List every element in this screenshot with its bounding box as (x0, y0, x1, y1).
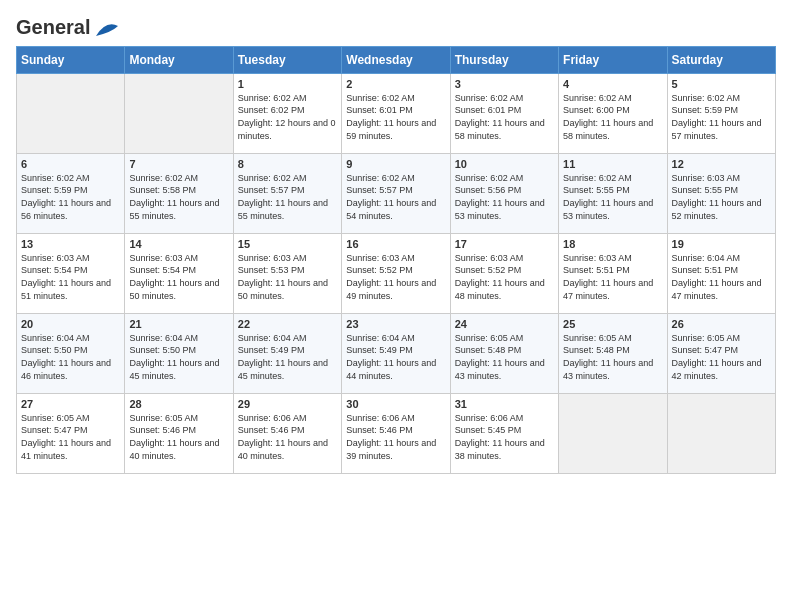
weekday-header-monday: Monday (125, 46, 233, 73)
calendar-cell: 27Sunrise: 6:05 AMSunset: 5:47 PMDayligh… (17, 393, 125, 473)
day-number: 8 (238, 158, 337, 170)
day-info: Sunrise: 6:02 AMSunset: 5:57 PMDaylight:… (238, 172, 337, 222)
calendar-cell: 26Sunrise: 6:05 AMSunset: 5:47 PMDayligh… (667, 313, 775, 393)
day-number: 20 (21, 318, 120, 330)
calendar-cell: 10Sunrise: 6:02 AMSunset: 5:56 PMDayligh… (450, 153, 558, 233)
calendar-cell: 21Sunrise: 6:04 AMSunset: 5:50 PMDayligh… (125, 313, 233, 393)
day-number: 4 (563, 78, 662, 90)
day-number: 23 (346, 318, 445, 330)
calendar-cell: 19Sunrise: 6:04 AMSunset: 5:51 PMDayligh… (667, 233, 775, 313)
calendar-cell: 5Sunrise: 6:02 AMSunset: 5:59 PMDaylight… (667, 73, 775, 153)
day-info: Sunrise: 6:04 AMSunset: 5:50 PMDaylight:… (21, 332, 120, 382)
calendar-cell: 11Sunrise: 6:02 AMSunset: 5:55 PMDayligh… (559, 153, 667, 233)
day-number: 26 (672, 318, 771, 330)
calendar-cell (125, 73, 233, 153)
logo-wing-icon (92, 18, 120, 40)
day-number: 29 (238, 398, 337, 410)
day-number: 17 (455, 238, 554, 250)
day-info: Sunrise: 6:03 AMSunset: 5:52 PMDaylight:… (455, 252, 554, 302)
logo-text: General (16, 16, 120, 40)
day-info: Sunrise: 6:02 AMSunset: 5:56 PMDaylight:… (455, 172, 554, 222)
day-number: 19 (672, 238, 771, 250)
day-number: 5 (672, 78, 771, 90)
day-info: Sunrise: 6:02 AMSunset: 6:01 PMDaylight:… (346, 92, 445, 142)
weekday-header-wednesday: Wednesday (342, 46, 450, 73)
day-info: Sunrise: 6:06 AMSunset: 5:46 PMDaylight:… (346, 412, 445, 462)
calendar-cell: 9Sunrise: 6:02 AMSunset: 5:57 PMDaylight… (342, 153, 450, 233)
page-header: General (16, 16, 776, 36)
day-number: 28 (129, 398, 228, 410)
day-number: 10 (455, 158, 554, 170)
day-info: Sunrise: 6:03 AMSunset: 5:53 PMDaylight:… (238, 252, 337, 302)
day-info: Sunrise: 6:02 AMSunset: 6:01 PMDaylight:… (455, 92, 554, 142)
calendar-cell: 23Sunrise: 6:04 AMSunset: 5:49 PMDayligh… (342, 313, 450, 393)
day-info: Sunrise: 6:04 AMSunset: 5:50 PMDaylight:… (129, 332, 228, 382)
calendar-cell: 17Sunrise: 6:03 AMSunset: 5:52 PMDayligh… (450, 233, 558, 313)
day-info: Sunrise: 6:03 AMSunset: 5:52 PMDaylight:… (346, 252, 445, 302)
calendar-cell: 31Sunrise: 6:06 AMSunset: 5:45 PMDayligh… (450, 393, 558, 473)
day-info: Sunrise: 6:02 AMSunset: 5:57 PMDaylight:… (346, 172, 445, 222)
calendar-cell: 2Sunrise: 6:02 AMSunset: 6:01 PMDaylight… (342, 73, 450, 153)
day-number: 16 (346, 238, 445, 250)
day-number: 25 (563, 318, 662, 330)
day-info: Sunrise: 6:04 AMSunset: 5:51 PMDaylight:… (672, 252, 771, 302)
day-info: Sunrise: 6:05 AMSunset: 5:46 PMDaylight:… (129, 412, 228, 462)
day-info: Sunrise: 6:05 AMSunset: 5:47 PMDaylight:… (21, 412, 120, 462)
calendar-cell: 13Sunrise: 6:03 AMSunset: 5:54 PMDayligh… (17, 233, 125, 313)
day-info: Sunrise: 6:03 AMSunset: 5:55 PMDaylight:… (672, 172, 771, 222)
day-info: Sunrise: 6:06 AMSunset: 5:45 PMDaylight:… (455, 412, 554, 462)
calendar-cell (667, 393, 775, 473)
logo: General (16, 16, 120, 36)
day-info: Sunrise: 6:02 AMSunset: 5:59 PMDaylight:… (21, 172, 120, 222)
calendar-cell: 1Sunrise: 6:02 AMSunset: 6:02 PMDaylight… (233, 73, 341, 153)
calendar-cell: 4Sunrise: 6:02 AMSunset: 6:00 PMDaylight… (559, 73, 667, 153)
calendar-cell: 14Sunrise: 6:03 AMSunset: 5:54 PMDayligh… (125, 233, 233, 313)
calendar-cell: 18Sunrise: 6:03 AMSunset: 5:51 PMDayligh… (559, 233, 667, 313)
day-info: Sunrise: 6:04 AMSunset: 5:49 PMDaylight:… (238, 332, 337, 382)
day-info: Sunrise: 6:03 AMSunset: 5:54 PMDaylight:… (129, 252, 228, 302)
day-info: Sunrise: 6:02 AMSunset: 6:00 PMDaylight:… (563, 92, 662, 142)
day-number: 21 (129, 318, 228, 330)
day-number: 31 (455, 398, 554, 410)
day-info: Sunrise: 6:02 AMSunset: 5:58 PMDaylight:… (129, 172, 228, 222)
calendar-cell: 29Sunrise: 6:06 AMSunset: 5:46 PMDayligh… (233, 393, 341, 473)
day-info: Sunrise: 6:02 AMSunset: 5:55 PMDaylight:… (563, 172, 662, 222)
day-number: 3 (455, 78, 554, 90)
day-number: 24 (455, 318, 554, 330)
day-number: 12 (672, 158, 771, 170)
calendar-cell: 30Sunrise: 6:06 AMSunset: 5:46 PMDayligh… (342, 393, 450, 473)
day-number: 22 (238, 318, 337, 330)
calendar-cell: 8Sunrise: 6:02 AMSunset: 5:57 PMDaylight… (233, 153, 341, 233)
day-info: Sunrise: 6:03 AMSunset: 5:51 PMDaylight:… (563, 252, 662, 302)
day-number: 9 (346, 158, 445, 170)
day-number: 14 (129, 238, 228, 250)
calendar-cell: 28Sunrise: 6:05 AMSunset: 5:46 PMDayligh… (125, 393, 233, 473)
calendar-cell: 24Sunrise: 6:05 AMSunset: 5:48 PMDayligh… (450, 313, 558, 393)
weekday-header-thursday: Thursday (450, 46, 558, 73)
day-info: Sunrise: 6:05 AMSunset: 5:48 PMDaylight:… (563, 332, 662, 382)
day-number: 27 (21, 398, 120, 410)
day-info: Sunrise: 6:02 AMSunset: 5:59 PMDaylight:… (672, 92, 771, 142)
day-number: 1 (238, 78, 337, 90)
day-info: Sunrise: 6:05 AMSunset: 5:48 PMDaylight:… (455, 332, 554, 382)
calendar-cell: 12Sunrise: 6:03 AMSunset: 5:55 PMDayligh… (667, 153, 775, 233)
weekday-header-saturday: Saturday (667, 46, 775, 73)
calendar-cell: 6Sunrise: 6:02 AMSunset: 5:59 PMDaylight… (17, 153, 125, 233)
calendar-cell: 15Sunrise: 6:03 AMSunset: 5:53 PMDayligh… (233, 233, 341, 313)
day-info: Sunrise: 6:02 AMSunset: 6:02 PMDaylight:… (238, 92, 337, 142)
day-number: 13 (21, 238, 120, 250)
weekday-header-friday: Friday (559, 46, 667, 73)
day-info: Sunrise: 6:05 AMSunset: 5:47 PMDaylight:… (672, 332, 771, 382)
calendar-cell: 16Sunrise: 6:03 AMSunset: 5:52 PMDayligh… (342, 233, 450, 313)
day-number: 6 (21, 158, 120, 170)
day-number: 30 (346, 398, 445, 410)
calendar-cell: 3Sunrise: 6:02 AMSunset: 6:01 PMDaylight… (450, 73, 558, 153)
calendar-cell (17, 73, 125, 153)
calendar-cell: 7Sunrise: 6:02 AMSunset: 5:58 PMDaylight… (125, 153, 233, 233)
calendar-cell: 25Sunrise: 6:05 AMSunset: 5:48 PMDayligh… (559, 313, 667, 393)
calendar-table: SundayMondayTuesdayWednesdayThursdayFrid… (16, 46, 776, 474)
day-info: Sunrise: 6:04 AMSunset: 5:49 PMDaylight:… (346, 332, 445, 382)
day-number: 18 (563, 238, 662, 250)
weekday-header-sunday: Sunday (17, 46, 125, 73)
weekday-header-tuesday: Tuesday (233, 46, 341, 73)
